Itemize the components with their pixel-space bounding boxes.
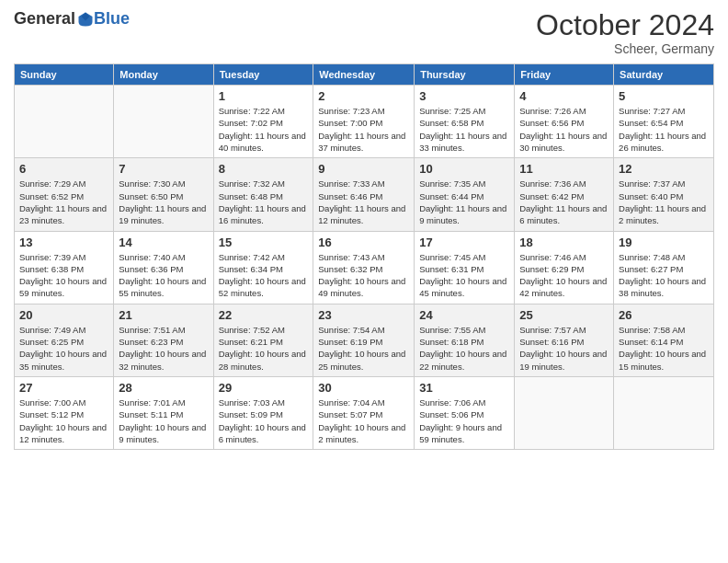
calendar-week-row: 13 Sunrise: 7:39 AMSunset: 6:38 PMDaylig… <box>15 231 714 304</box>
cell-info: Sunrise: 7:29 AMSunset: 6:52 PMDaylight:… <box>19 178 108 226</box>
cell-info: Sunrise: 7:55 AMSunset: 6:18 PMDaylight:… <box>419 324 509 373</box>
calendar-table: Sunday Monday Tuesday Wednesday Thursday… <box>14 63 714 450</box>
cell-info: Sunrise: 7:43 AMSunset: 6:32 PMDaylight:… <box>318 251 409 300</box>
cell-day-number: 3 <box>419 89 509 103</box>
calendar-week-row: 6 Sunrise: 7:29 AMSunset: 6:52 PMDayligh… <box>15 158 714 231</box>
calendar-cell: 16 Sunrise: 7:43 AMSunset: 6:32 PMDaylig… <box>313 231 415 304</box>
logo-blue: Blue <box>94 9 130 29</box>
calendar-cell: 25 Sunrise: 7:57 AMSunset: 6:16 PMDaylig… <box>515 304 614 376</box>
cell-day-number: 15 <box>219 236 309 249</box>
cell-info: Sunrise: 7:42 AMSunset: 6:34 PMDaylight:… <box>219 251 309 300</box>
cell-info: Sunrise: 7:03 AMSunset: 5:09 PMDaylight:… <box>219 396 309 445</box>
cell-day-number: 16 <box>318 236 409 249</box>
cell-day-number: 30 <box>318 381 409 395</box>
col-sunday: Sunday <box>15 64 114 86</box>
calendar-cell: 2 Sunrise: 7:23 AMSunset: 7:00 PMDayligh… <box>313 86 415 158</box>
calendar-week-row: 20 Sunrise: 7:49 AMSunset: 6:25 PMDaylig… <box>15 304 714 376</box>
col-friday: Friday <box>515 64 614 86</box>
calendar-cell: 9 Sunrise: 7:33 AMSunset: 6:46 PMDayligh… <box>313 158 415 231</box>
calendar-cell: 29 Sunrise: 7:03 AMSunset: 5:09 PMDaylig… <box>213 376 313 449</box>
cell-day-number: 11 <box>519 162 609 176</box>
cell-info: Sunrise: 7:52 AMSunset: 6:21 PMDaylight:… <box>219 324 309 373</box>
cell-day-number: 26 <box>619 308 709 322</box>
cell-info: Sunrise: 7:46 AMSunset: 6:29 PMDaylight:… <box>519 251 609 300</box>
cell-day-number: 17 <box>419 236 509 249</box>
calendar-cell <box>15 86 114 158</box>
calendar-cell: 21 Sunrise: 7:51 AMSunset: 6:23 PMDaylig… <box>114 304 213 376</box>
calendar-cell: 1 Sunrise: 7:22 AMSunset: 7:02 PMDayligh… <box>213 86 313 158</box>
cell-info: Sunrise: 7:36 AMSunset: 6:42 PMDaylight:… <box>519 178 609 226</box>
cell-info: Sunrise: 7:04 AMSunset: 5:07 PMDaylight:… <box>318 396 409 445</box>
calendar-cell <box>614 376 714 449</box>
cell-info: Sunrise: 7:49 AMSunset: 6:25 PMDaylight:… <box>19 324 108 373</box>
cell-day-number: 9 <box>318 162 409 176</box>
cell-day-number: 25 <box>519 308 609 322</box>
cell-info: Sunrise: 7:58 AMSunset: 6:14 PMDaylight:… <box>619 324 709 373</box>
cell-info: Sunrise: 7:33 AMSunset: 6:46 PMDaylight:… <box>318 178 409 226</box>
location-title: Scheer, Germany <box>536 41 714 56</box>
cell-day-number: 14 <box>119 236 208 249</box>
calendar-week-row: 27 Sunrise: 7:00 AMSunset: 5:12 PMDaylig… <box>15 376 714 449</box>
calendar-cell: 18 Sunrise: 7:46 AMSunset: 6:29 PMDaylig… <box>515 231 614 304</box>
cell-info: Sunrise: 7:32 AMSunset: 6:48 PMDaylight:… <box>219 178 309 226</box>
cell-day-number: 12 <box>619 162 709 176</box>
calendar-header-row: Sunday Monday Tuesday Wednesday Thursday… <box>15 64 714 86</box>
cell-info: Sunrise: 7:23 AMSunset: 7:00 PMDaylight:… <box>318 105 409 154</box>
title-block: October 2024 Scheer, Germany <box>536 9 714 56</box>
calendar-cell: 30 Sunrise: 7:04 AMSunset: 5:07 PMDaylig… <box>313 376 415 449</box>
calendar-cell: 4 Sunrise: 7:26 AMSunset: 6:56 PMDayligh… <box>515 86 614 158</box>
cell-day-number: 18 <box>519 236 609 249</box>
cell-day-number: 24 <box>419 308 509 322</box>
cell-info: Sunrise: 7:01 AMSunset: 5:11 PMDaylight:… <box>119 396 208 445</box>
cell-day-number: 22 <box>219 308 309 322</box>
cell-info: Sunrise: 7:37 AMSunset: 6:40 PMDaylight:… <box>619 178 709 226</box>
cell-info: Sunrise: 7:22 AMSunset: 7:02 PMDaylight:… <box>219 105 309 154</box>
calendar-cell: 22 Sunrise: 7:52 AMSunset: 6:21 PMDaylig… <box>213 304 313 376</box>
calendar-cell: 17 Sunrise: 7:45 AMSunset: 6:31 PMDaylig… <box>415 231 515 304</box>
col-tuesday: Tuesday <box>213 64 313 86</box>
cell-day-number: 20 <box>19 308 108 322</box>
calendar-cell: 26 Sunrise: 7:58 AMSunset: 6:14 PMDaylig… <box>614 304 714 376</box>
cell-day-number: 10 <box>419 162 509 176</box>
cell-day-number: 2 <box>318 89 409 103</box>
cell-info: Sunrise: 7:30 AMSunset: 6:50 PMDaylight:… <box>119 178 208 226</box>
calendar-cell: 3 Sunrise: 7:25 AMSunset: 6:58 PMDayligh… <box>415 86 515 158</box>
calendar-cell: 13 Sunrise: 7:39 AMSunset: 6:38 PMDaylig… <box>15 231 114 304</box>
col-monday: Monday <box>114 64 213 86</box>
cell-info: Sunrise: 7:35 AMSunset: 6:44 PMDaylight:… <box>419 178 509 226</box>
col-wednesday: Wednesday <box>313 64 415 86</box>
cell-info: Sunrise: 7:54 AMSunset: 6:19 PMDaylight:… <box>318 324 409 373</box>
cell-day-number: 8 <box>219 162 309 176</box>
calendar-cell <box>515 376 614 449</box>
cell-info: Sunrise: 7:06 AMSunset: 5:06 PMDaylight:… <box>419 396 509 445</box>
cell-day-number: 1 <box>219 89 309 103</box>
cell-day-number: 31 <box>419 381 509 395</box>
cell-info: Sunrise: 7:45 AMSunset: 6:31 PMDaylight:… <box>419 251 509 300</box>
cell-day-number: 27 <box>19 381 108 395</box>
calendar-cell: 5 Sunrise: 7:27 AMSunset: 6:54 PMDayligh… <box>614 86 714 158</box>
calendar-cell <box>114 86 213 158</box>
cell-day-number: 23 <box>318 308 409 322</box>
cell-info: Sunrise: 7:27 AMSunset: 6:54 PMDaylight:… <box>619 105 709 154</box>
calendar-cell: 12 Sunrise: 7:37 AMSunset: 6:40 PMDaylig… <box>614 158 714 231</box>
calendar-cell: 27 Sunrise: 7:00 AMSunset: 5:12 PMDaylig… <box>15 376 114 449</box>
month-title: October 2024 <box>536 9 714 41</box>
calendar-cell: 7 Sunrise: 7:30 AMSunset: 6:50 PMDayligh… <box>114 158 213 231</box>
cell-day-number: 4 <box>519 89 609 103</box>
cell-info: Sunrise: 7:40 AMSunset: 6:36 PMDaylight:… <box>119 251 208 300</box>
page: General Blue October 2024 Scheer, German… <box>0 0 728 563</box>
calendar-cell: 20 Sunrise: 7:49 AMSunset: 6:25 PMDaylig… <box>15 304 114 376</box>
logo: General Blue <box>14 9 130 29</box>
col-thursday: Thursday <box>415 64 515 86</box>
calendar-cell: 8 Sunrise: 7:32 AMSunset: 6:48 PMDayligh… <box>213 158 313 231</box>
logo-icon <box>77 11 94 28</box>
cell-info: Sunrise: 7:48 AMSunset: 6:27 PMDaylight:… <box>619 251 709 300</box>
header: General Blue October 2024 Scheer, German… <box>14 9 714 56</box>
calendar-cell: 19 Sunrise: 7:48 AMSunset: 6:27 PMDaylig… <box>614 231 714 304</box>
cell-day-number: 28 <box>119 381 208 395</box>
calendar-cell: 14 Sunrise: 7:40 AMSunset: 6:36 PMDaylig… <box>114 231 213 304</box>
cell-day-number: 19 <box>619 236 709 249</box>
cell-info: Sunrise: 7:26 AMSunset: 6:56 PMDaylight:… <box>519 105 609 154</box>
cell-info: Sunrise: 7:25 AMSunset: 6:58 PMDaylight:… <box>419 105 509 154</box>
col-saturday: Saturday <box>614 64 714 86</box>
